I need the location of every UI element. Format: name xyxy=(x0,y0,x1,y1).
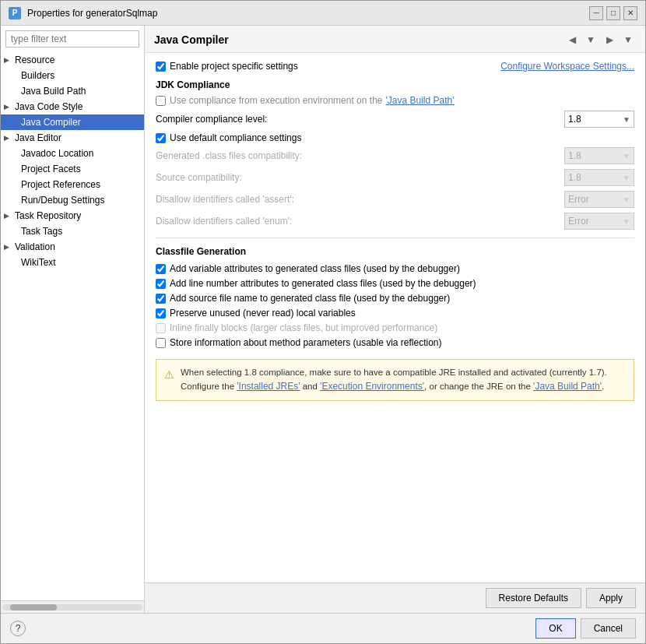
disallow-enum-value: Error xyxy=(568,216,589,227)
compiler-compliance-label: Compiler compliance level: xyxy=(156,114,267,125)
apply-button[interactable]: Apply xyxy=(586,588,636,608)
classfile-checkbox-1[interactable] xyxy=(156,279,166,289)
nav-forward-button[interactable]: ▶ xyxy=(602,32,617,48)
sidebar-item-java-code-style[interactable]: ▶ Java Code Style xyxy=(1,99,144,114)
classfile-option-2: Add source file name to generated class … xyxy=(156,293,634,304)
source-compat-select[interactable]: 1.8 ▼ xyxy=(564,169,634,186)
warning-text: When selecting 1.8 compliance, make sure… xyxy=(181,366,626,394)
panel-title: Java Compiler xyxy=(154,33,229,46)
sidebar-item-project-facets[interactable]: ▶ Project Facets xyxy=(1,161,144,177)
disallow-assert-label: Disallow identifiers called 'assert': xyxy=(156,194,294,205)
sidebar-item-wikitext[interactable]: ▶ WikiText xyxy=(1,255,144,270)
disallow-assert-row: Disallow identifiers called 'assert': Er… xyxy=(156,191,634,208)
properties-dialog: P Properties for generatorSqlmap ─ □ ✕ ▶… xyxy=(0,0,646,644)
sidebar-item-resource[interactable]: ▶ Resource xyxy=(1,52,144,68)
restore-defaults-button[interactable]: Restore Defaults xyxy=(486,588,581,608)
warning-icon: ⚠ xyxy=(164,367,174,383)
disallow-enum-select[interactable]: Error ▼ xyxy=(564,213,634,230)
nav-back-button[interactable]: ◀ xyxy=(564,32,580,48)
sidebar-item-builders[interactable]: ▶ Builders xyxy=(1,68,144,83)
sidebar-item-label: Java Code Style xyxy=(15,101,83,112)
warning-box: ⚠ When selecting 1.8 compliance, make su… xyxy=(156,359,634,401)
cancel-button[interactable]: Cancel xyxy=(581,618,636,639)
source-compat-row: Source compatibility: 1.8 ▼ xyxy=(156,169,634,186)
classfile-checkbox-5[interactable] xyxy=(156,338,166,348)
java-build-path-link[interactable]: 'Java Build Path' xyxy=(385,95,454,106)
classfile-checkbox-4[interactable] xyxy=(156,323,166,333)
filter-input[interactable] xyxy=(5,30,139,48)
generated-class-label: Generated .class files compatibility: xyxy=(156,150,302,161)
title-controls: ─ □ ✕ xyxy=(589,6,637,20)
enable-specific-checkbox[interactable] xyxy=(156,62,166,72)
classfile-checkbox-3[interactable] xyxy=(156,308,166,318)
use-compliance-row: Use compliance from execution environmen… xyxy=(156,95,634,106)
sidebar-item-label: Task Repository xyxy=(15,210,81,221)
compiler-compliance-value: 1.8 xyxy=(568,114,581,125)
use-default-compliance-label: Use default compliance settings xyxy=(170,132,301,143)
maximize-button[interactable]: □ xyxy=(606,6,620,20)
source-compat-arrow: ▼ xyxy=(623,174,630,182)
classfile-option-5: Store information about method parameter… xyxy=(156,337,634,348)
sidebar-item-java-build-path[interactable]: ▶ Java Build Path xyxy=(1,83,144,99)
use-default-compliance-checkbox[interactable] xyxy=(156,133,166,143)
use-compliance-checkbox[interactable] xyxy=(156,96,166,106)
classfile-option-label-2: Add source file name to generated class … xyxy=(170,293,450,304)
classfile-heading: Classfile Generation xyxy=(156,246,634,257)
expand-arrow-resource: ▶ xyxy=(4,56,12,64)
sidebar-item-label: Task Tags xyxy=(21,226,62,237)
classfile-option-label-4: Inline finally blocks (larger class file… xyxy=(170,322,437,333)
enable-specific-text: Enable project specific settings xyxy=(170,61,298,72)
classfile-option-label-0: Add variable attributes to generated cla… xyxy=(170,263,460,274)
sidebar-item-project-references[interactable]: ▶ Project References xyxy=(1,177,144,192)
enable-specific-row: Enable project specific settings Configu… xyxy=(156,61,634,72)
sidebar-item-label: Project References xyxy=(21,179,100,190)
jdk-compliance-heading: JDK Compliance xyxy=(156,79,634,90)
sidebar-item-label: Java Build Path xyxy=(21,86,86,97)
sidebar: ▶ Resource ▶ Builders ▶ Java Build Path … xyxy=(1,26,145,613)
installed-jres-link[interactable]: 'Installed JREs' xyxy=(237,381,300,392)
sidebar-item-label: Project Facets xyxy=(21,164,81,174)
configure-workspace-link[interactable]: Configure Workspace Settings... xyxy=(500,61,634,72)
sidebar-item-validation[interactable]: ▶ Validation xyxy=(1,239,144,255)
classfile-option-0: Add variable attributes to generated cla… xyxy=(156,263,634,274)
classfile-option-label-1: Add line number attributes to generated … xyxy=(170,278,476,289)
disallow-enum-label: Disallow identifiers called 'enum': xyxy=(156,216,292,227)
sidebar-item-task-repository[interactable]: ▶ Task Repository xyxy=(1,208,144,223)
classfile-option-3: Preserve unused (never read) local varia… xyxy=(156,308,634,318)
sidebar-item-javadoc-location[interactable]: ▶ Javadoc Location xyxy=(1,146,144,161)
classfile-checkbox-2[interactable] xyxy=(156,294,166,304)
title-bar: P Properties for generatorSqlmap ─ □ ✕ xyxy=(1,1,645,26)
scrollbar-thumb[interactable] xyxy=(10,604,57,611)
compiler-compliance-select[interactable]: 1.8 ▼ xyxy=(564,111,634,128)
sidebar-item-run-debug[interactable]: ▶ Run/Debug Settings xyxy=(1,192,144,208)
ok-button[interactable]: OK xyxy=(535,618,575,639)
source-compat-label: Source compatibility: xyxy=(156,172,242,183)
disallow-enum-row: Disallow identifiers called 'enum': Erro… xyxy=(156,213,634,230)
classfile-checkbox-0[interactable] xyxy=(156,264,166,274)
sidebar-item-task-tags[interactable]: ▶ Task Tags xyxy=(1,223,144,239)
sidebar-scrollbar[interactable] xyxy=(1,600,144,613)
nav-menu-button[interactable]: ▼ xyxy=(620,32,636,48)
execution-environments-link[interactable]: 'Execution Environments' xyxy=(320,381,424,392)
source-compat-value: 1.8 xyxy=(568,172,581,183)
generated-class-select[interactable]: 1.8 ▼ xyxy=(564,147,634,164)
content-area: ▶ Resource ▶ Builders ▶ Java Build Path … xyxy=(1,26,645,613)
disallow-assert-select[interactable]: Error ▼ xyxy=(564,191,634,208)
java-build-path-warning-link[interactable]: 'Java Build Path' xyxy=(533,381,602,392)
header-nav: ◀ ▼ ▶ ▼ xyxy=(564,32,636,48)
minimize-button[interactable]: ─ xyxy=(589,6,603,20)
help-button[interactable]: ? xyxy=(10,621,26,636)
sidebar-item-label: Java Editor xyxy=(15,132,61,143)
main-header: Java Compiler ◀ ▼ ▶ ▼ xyxy=(145,26,645,53)
footer-buttons: OK Cancel xyxy=(535,618,636,639)
sidebar-item-label: Java Compiler xyxy=(21,117,81,128)
sidebar-item-java-editor[interactable]: ▶ Java Editor xyxy=(1,130,144,146)
sidebar-item-java-compiler[interactable]: ▶ Java Compiler xyxy=(1,114,144,130)
scrollbar-track xyxy=(2,604,142,611)
close-button[interactable]: ✕ xyxy=(623,6,637,20)
enable-specific-label[interactable]: Enable project specific settings xyxy=(156,61,298,72)
classfile-options: Add variable attributes to generated cla… xyxy=(156,263,634,348)
compiler-compliance-arrow: ▼ xyxy=(623,115,630,124)
sidebar-item-label: WikiText xyxy=(21,257,56,268)
nav-dropdown-button[interactable]: ▼ xyxy=(583,32,599,48)
